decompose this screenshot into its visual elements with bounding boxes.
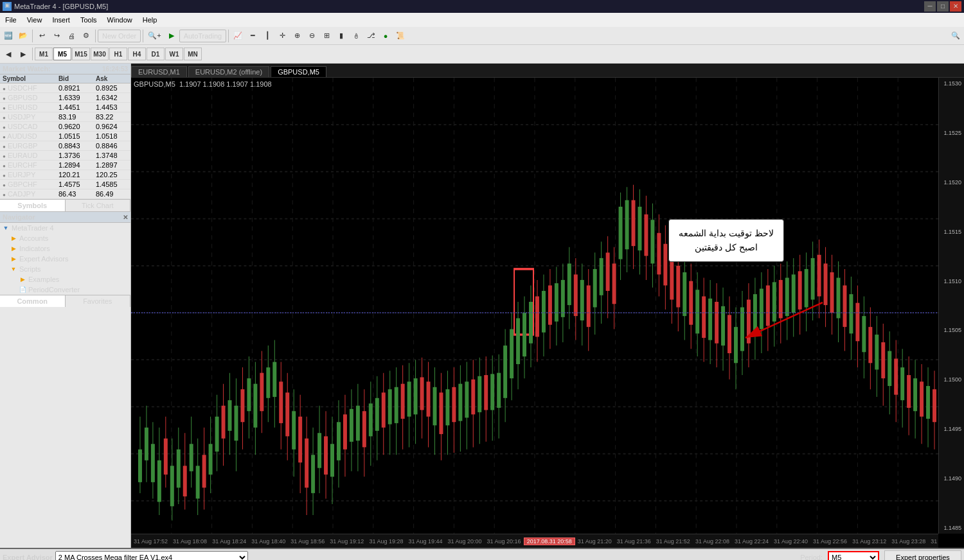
period-m30[interactable]: M30 (91, 48, 109, 60)
ea-selector[interactable]: 2 MA Crosses Mega filter EA V1.ex4 (55, 551, 248, 560)
market-watch-row[interactable]: ● EURUSD 1.4451 1.4453 (0, 103, 130, 112)
chart-candle[interactable]: 🕯 (349, 29, 363, 43)
autotrading-button[interactable]: AutoTrading (179, 30, 227, 42)
search-btn[interactable]: 🔍 (949, 29, 963, 43)
redo-btn[interactable]: ↪ (49, 29, 64, 43)
nav-expert-advisors[interactable]: ▶ Expert Advisors (0, 254, 130, 264)
chart-tab-gbpusd-m5[interactable]: GBPUSD,M5 (271, 66, 326, 77)
print-btn[interactable]: 🖨 (64, 29, 78, 43)
market-watch-row[interactable]: ● CADJPY 86.43 86.49 (0, 189, 130, 199)
new-order-button[interactable]: New Order (98, 30, 141, 42)
menu-view[interactable]: View (22, 13, 48, 27)
autotrading-icon[interactable]: ▶ (165, 29, 179, 43)
mw-ask: 0.8846 (93, 141, 130, 151)
nav-indicators[interactable]: ▶ Indicators (0, 243, 130, 254)
svg-rect-143 (497, 373, 501, 408)
market-watch-row[interactable]: ● EURGBP 0.8843 0.8846 (0, 141, 130, 151)
script-btn[interactable]: 📜 (393, 29, 407, 43)
zoom-out-btn[interactable]: ⊖ (305, 29, 319, 43)
tab-tick-chart[interactable]: Tick Chart (66, 200, 131, 211)
market-watch-row[interactable]: ● GBPUSD 1.6339 1.6342 (0, 93, 130, 103)
svg-rect-109 (388, 389, 392, 424)
menu-insert[interactable]: Insert (47, 13, 75, 27)
svg-rect-145 (503, 346, 507, 398)
svg-rect-263 (881, 342, 885, 378)
svg-rect-171 (587, 285, 591, 327)
crosshair-btn[interactable]: ✛ (275, 29, 289, 43)
period-m15[interactable]: M15 (72, 48, 90, 60)
svg-rect-201 (683, 272, 686, 316)
market-watch-row[interactable]: ● EURAUD 1.3736 1.3748 (0, 151, 130, 161)
market-watch-row[interactable]: ● GBPCHF 1.4575 1.4585 (0, 180, 130, 189)
nav-root[interactable]: ▼ MetaTrader 4 (0, 223, 130, 233)
period-m1[interactable]: M1 (35, 48, 53, 60)
expert-properties-button[interactable]: Expert properties (884, 550, 961, 560)
navigator-close[interactable]: ✕ (123, 214, 128, 221)
nav-period-converter[interactable]: 📄 PeriodConverter (0, 284, 130, 295)
svg-rect-49 (196, 466, 200, 498)
xaxis-label-1: 31 Aug 17:52 (131, 538, 170, 545)
title-bar: ▣ MetaTrader 4 - [GBPUSD,M5] ─ □ ✕ (0, 0, 964, 13)
period-w1[interactable]: W1 (165, 48, 183, 60)
vline-btn[interactable]: ┃ (260, 29, 274, 43)
chart-zoom-in[interactable]: 🔍+ (145, 29, 163, 43)
tab-favorites[interactable]: Favorites (66, 295, 131, 307)
minimize-button[interactable]: ─ (924, 1, 936, 12)
prop-btn[interactable]: ⊞ (319, 29, 334, 43)
hline-btn[interactable]: ━ (245, 29, 260, 43)
open-btn[interactable]: 📂 (16, 29, 30, 43)
market-watch-row[interactable]: ● EURJPY 120.21 120.25 (0, 170, 130, 180)
close-button[interactable]: ✕ (950, 1, 961, 12)
chart-tab-eurusd-m2[interactable]: EURUSD,M2 (offline) (188, 66, 269, 77)
period-h1[interactable]: H1 (109, 48, 127, 60)
svg-rect-33 (145, 428, 148, 460)
undo-btn[interactable]: ↩ (35, 29, 49, 43)
properties-btn[interactable]: ⚙ (79, 29, 93, 43)
nav-scripts[interactable]: ▼ Scripts (0, 264, 130, 274)
svg-rect-71 (266, 367, 270, 398)
arrow-left[interactable]: ◀ (1, 47, 15, 61)
nav-accounts[interactable]: ▶ Accounts (0, 233, 130, 243)
price-2: 1.1525 (940, 128, 963, 137)
market-watch-scroll[interactable]: Symbol Bid Ask ● USDCHF 0.8921 0.8925 ● … (0, 74, 130, 199)
indicator-btn[interactable]: ⎇ (364, 29, 378, 43)
nav-scripts-icon: ▼ (9, 265, 18, 274)
new-btn[interactable]: 🆕 (1, 29, 15, 43)
menu-help[interactable]: Help (138, 13, 163, 27)
svg-rect-97 (350, 409, 353, 442)
menu-tools[interactable]: Tools (75, 13, 102, 27)
chart-tab-eurusd-m1[interactable]: EURUSD,M1 (131, 66, 187, 77)
svg-rect-39 (164, 439, 168, 475)
svg-rect-123 (433, 387, 437, 426)
period-mn[interactable]: MN (184, 48, 202, 60)
menu-window[interactable]: Window (102, 13, 138, 27)
market-watch-row[interactable]: ● EURCHF 1.2894 1.2897 (0, 161, 130, 170)
app-title: MetaTrader 4 - [GBPUSD,M5] (14, 3, 108, 10)
svg-rect-181 (619, 207, 623, 259)
chart-price-info: 1.1907 1.1908 1.1907 1.1908 (179, 80, 272, 88)
chart-bar[interactable]: ▮ (334, 29, 348, 43)
menu-file[interactable]: File (0, 13, 22, 27)
tab-common[interactable]: Common (0, 295, 66, 307)
mw-symbol: ● USDCAD (0, 122, 56, 132)
period-h4[interactable]: H4 (128, 48, 146, 60)
market-watch-row[interactable]: ● AUDUSD 1.0515 1.0518 (0, 132, 130, 141)
svg-rect-77 (285, 392, 289, 436)
period-m5[interactable]: M5 (53, 48, 71, 60)
xaxis-label-17: 31 Aug 22:56 (810, 538, 850, 545)
tab-symbols[interactable]: Symbols (0, 200, 66, 211)
zoom-in-btn[interactable]: ⊕ (290, 29, 304, 43)
market-watch-row[interactable]: ● USDJPY 83.19 83.22 (0, 112, 130, 122)
line-btn[interactable]: 📈 (231, 29, 245, 43)
expert-btn[interactable]: ● (379, 29, 393, 43)
period-d1[interactable]: D1 (147, 48, 165, 60)
arrow-right[interactable]: ▶ (16, 47, 30, 61)
maximize-button[interactable]: □ (937, 1, 949, 12)
market-watch-row[interactable]: ● USDCHF 0.8921 0.8925 (0, 83, 130, 93)
nav-examples[interactable]: ▶ Examples (0, 274, 130, 284)
xaxis-label-16: 31 Aug 22:40 (771, 538, 810, 545)
svg-rect-81 (298, 417, 302, 462)
period-select[interactable]: M5 (828, 551, 879, 560)
market-watch-row[interactable]: ● USDCAD 0.9620 0.9624 (0, 122, 130, 132)
price-4: 1.1515 (940, 227, 963, 236)
